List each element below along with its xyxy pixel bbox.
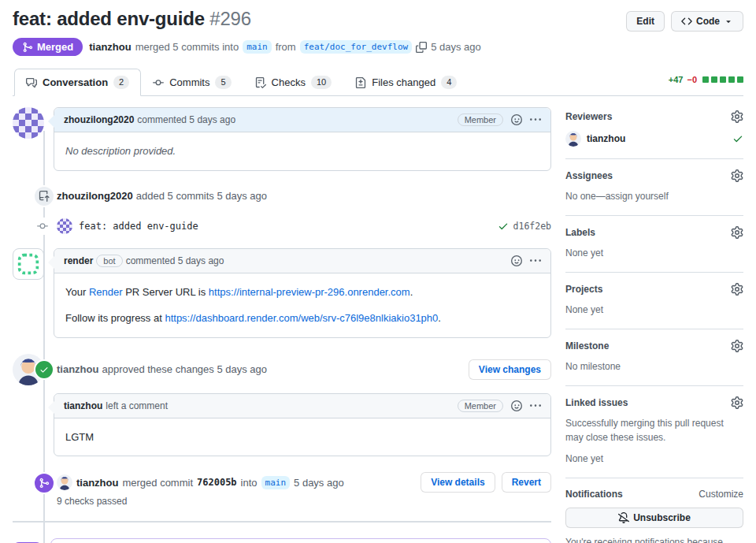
reviewer-name[interactable]: tianzhou [587,133,625,144]
render-bot-avatar[interactable] [13,248,44,280]
projects-section: Projects None yet [565,273,743,329]
section-title: Notifications [565,489,623,500]
reaction-smiley-button[interactable] [511,114,522,125]
section-title: Linked issues [565,397,628,408]
assignees-empty[interactable]: No one—assign yourself [565,189,743,203]
dashboard-url-link[interactable]: https://dashboard.render.com/web/srv-c76… [165,312,438,324]
event-author[interactable]: tianzhou [76,477,118,489]
checks-count: 10 [311,76,332,89]
checklist-icon [255,77,266,88]
pr-tabs: Conversation 2 Commits 5 Checks 10 Files… [13,69,743,96]
linked-issues-section: Linked issues Successfully merging this … [565,386,743,478]
comment-body: No description provided. [54,132,550,170]
merged-banner: Pull request successfully merged and clo… [13,538,551,543]
section-title: Assignees [565,170,613,181]
commit-row: feat: added env-guide d16f2eb [13,218,551,234]
gear-icon[interactable] [731,283,743,296]
pr-number: #296 [209,8,251,29]
bell-slash-icon [618,512,629,523]
revert-button[interactable]: Revert [502,472,551,493]
commit-author-avatar[interactable] [57,218,72,234]
kebab-menu-button[interactable] [530,255,541,266]
milestone-section: Milestone No milestone [565,329,743,386]
tab-checks[interactable]: Checks 10 [243,69,344,96]
member-badge: Member [458,113,503,126]
preview-url-link[interactable]: https://internal-preview-pr-296.onrender… [209,286,410,298]
diffstat: +47 −0 [669,75,743,89]
gear-icon[interactable] [731,169,743,182]
section-title: Reviewers [565,111,612,122]
linked-issues-empty: None yet [565,452,743,466]
notifications-desc: You're receiving notifications because y… [565,535,743,543]
tab-files-changed[interactable]: Files changed 4 [343,69,469,96]
pr-title-text: feat: added env-guide [13,8,205,29]
base-branch-label[interactable]: main [261,476,291,489]
tab-conversation[interactable]: Conversation 2 [14,69,141,96]
reaction-smiley-button[interactable] [511,255,522,266]
base-branch-label[interactable]: main [243,40,272,54]
copy-branch-icon[interactable] [416,42,427,53]
gear-icon[interactable] [731,226,743,239]
git-merge-icon [22,42,33,53]
caret-down-icon [724,17,733,26]
event-author[interactable]: tianzhou [57,363,98,375]
additions: +47 [669,75,684,84]
approved-check-icon [34,359,54,380]
linked-issues-desc: Successfully merging this pull request m… [565,416,743,444]
section-title: Milestone [565,340,609,351]
comment-author[interactable]: render [64,255,93,266]
assignees-section: Assignees No one—assign yourself [565,159,743,216]
reviewer-avatar[interactable] [565,131,581,147]
kebab-menu-button[interactable] [530,400,541,411]
head-branch-label[interactable]: feat/doc_for_devflow [300,40,412,54]
kebab-menu-button[interactable] [530,114,541,125]
unsubscribe-button[interactable]: Unsubscribe [565,508,743,528]
deletions: −0 [687,75,697,84]
conversation-timeline: zhouzilong2020 commented 5 days ago Memb… [13,107,551,543]
member-badge: Member [458,400,503,412]
check-icon [498,221,509,232]
code-button[interactable]: Code [671,11,743,32]
event-author[interactable]: zhouzilong2020 [57,190,133,202]
notifications-section: Notifications Customize Unsubscribe You'… [565,478,743,543]
comment-body: Your Render PR Server URL is https://int… [54,273,550,337]
checks-passed-text: 9 checks passed [57,496,551,507]
commit-sha-link[interactable]: d16f2eb [513,221,551,232]
labels-section: Labels None yet [565,216,743,273]
git-merge-icon [33,472,55,494]
pr-page: feat: added env-guide #296 Edit Code Mer… [0,0,756,543]
commit-message-link[interactable]: feat: added env-guide [79,221,198,232]
commits-count: 5 [215,76,231,89]
merge-event: tianzhou merged commit 762005b into main… [13,472,551,507]
gear-icon[interactable] [731,110,743,123]
file-diff-icon [355,77,366,88]
review-comment: tianzhou left a comment Member LGTM [13,393,551,457]
author-link[interactable]: tianzhou [89,41,131,53]
pr-sidebar: Reviewers tianzhou Assignees No one—assi… [565,107,743,543]
comment-author[interactable]: zhouzilong2020 [64,114,134,125]
commits-added-event: zhouzilong2020 added 5 commits 5 days ag… [13,185,551,207]
avatar[interactable] [13,107,44,139]
projects-empty: None yet [565,303,743,317]
merger-avatar[interactable] [57,474,72,490]
tab-commits[interactable]: Commits 5 [141,69,243,96]
gear-icon[interactable] [731,396,743,409]
section-title: Projects [565,284,602,295]
approved-check-icon [732,133,743,144]
customize-link[interactable]: Customize [699,489,743,500]
edit-button[interactable]: Edit [626,11,665,32]
view-details-button[interactable]: View details [421,472,495,493]
comment-body: LGTM [54,418,550,456]
section-title: Labels [565,227,595,238]
diff-block [702,76,709,83]
comment-author[interactable]: tianzhou [64,400,102,411]
labels-empty: None yet [565,246,743,260]
status-badge: Merged [13,38,83,56]
merged-commit-sha[interactable]: 762005b [197,477,237,488]
gear-icon[interactable] [731,340,743,352]
render-link[interactable]: Render [89,286,123,298]
reaction-smiley-button[interactable] [511,400,522,411]
view-changes-button[interactable]: View changes [469,359,551,380]
timeline-divider [13,521,551,523]
conversation-count: 2 [113,76,129,89]
